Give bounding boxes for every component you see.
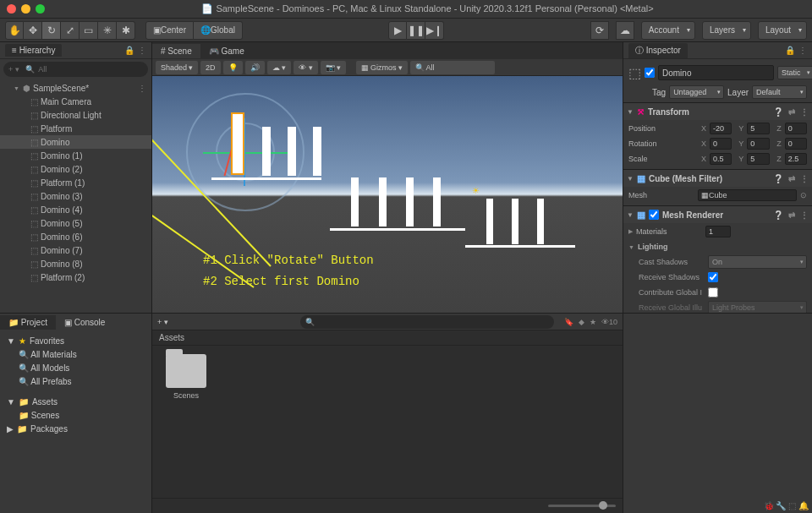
play-button[interactable]: ▶	[388, 21, 407, 40]
scene-fx-icon[interactable]: ☁ ▾	[267, 61, 292, 74]
maximize-window-button[interactable]	[36, 4, 45, 14]
contribute-gi-checkbox[interactable]	[708, 287, 718, 297]
favorite-item[interactable]: 🔍 All Prefabs	[0, 374, 151, 388]
custom-tool[interactable]: ✱	[117, 21, 135, 40]
packages-row[interactable]: ▶📁 Packages	[0, 422, 151, 435]
scl-x[interactable]: 0.5	[710, 153, 732, 165]
scene-viewport[interactable]: ☀ #1 Click "Rotate" Button #2 Select fir…	[152, 76, 623, 313]
hierarchy-item[interactable]: ⬚Directional Light	[0, 108, 151, 122]
inspector-lock-icon[interactable]: 🔒	[785, 46, 795, 55]
close-window-button[interactable]	[7, 4, 16, 14]
assets-row[interactable]: ▼📁 Assets	[0, 395, 151, 408]
scene-light-icon[interactable]: 💡	[223, 61, 243, 74]
step-button[interactable]: ▶❙	[425, 21, 444, 40]
domino-selected[interactable]	[233, 114, 243, 173]
layout-dropdown[interactable]: Layout	[758, 21, 807, 40]
scene-camera-icon[interactable]: 📷 ▾	[321, 61, 347, 74]
hierarchy-item[interactable]: ⬚Domino	[0, 135, 151, 149]
rot-z[interactable]: 0	[785, 138, 807, 150]
hierarchy-item[interactable]: ⬚Platform	[0, 122, 151, 135]
favorite-item[interactable]: 🔍 All Models	[0, 361, 151, 374]
gameobject-name-field[interactable]	[658, 65, 774, 80]
hierarchy-item[interactable]: ⬚Domino (5)	[0, 216, 151, 230]
mesh-field[interactable]: ▦ Cube	[698, 189, 797, 201]
hierarchy-tab[interactable]: ≡ Hierarchy	[5, 44, 62, 57]
hierarchy-item[interactable]: ⬚Domino (2)	[0, 162, 151, 176]
rotate-tool[interactable]: ↻	[42, 21, 61, 40]
gizmos-dropdown[interactable]: ▦ Gizmos ▾	[356, 61, 408, 74]
assets-breadcrumb[interactable]: Assets	[152, 330, 623, 346]
hidden-packages-icon[interactable]: 👁10	[601, 318, 617, 326]
meshrenderer-enabled[interactable]	[649, 210, 659, 220]
shading-mode-dropdown[interactable]: Shaded ▾	[156, 61, 198, 74]
pos-y[interactable]: 5	[747, 123, 769, 134]
scene-tab[interactable]: # Scene	[152, 44, 200, 58]
cast-shadows-dropdown[interactable]: On	[708, 255, 807, 269]
hierarchy-item[interactable]: ⬚Platform (2)	[0, 270, 151, 284]
view-2d-toggle[interactable]: 2D	[200, 61, 221, 74]
account-dropdown[interactable]: Account	[641, 21, 695, 40]
hierarchy-item[interactable]: ⬚Domino (6)	[0, 230, 151, 243]
pivot-center-toggle[interactable]: ▣ Center	[145, 21, 194, 40]
inspector-menu-icon[interactable]: ⋮	[798, 46, 807, 55]
scale-tool[interactable]: ⤢	[61, 21, 80, 40]
folder-scenes[interactable]: Scenes	[161, 354, 211, 400]
inspector-tab[interactable]: ⓘ Inspector	[628, 43, 688, 58]
project-add-button[interactable]: + ▾	[157, 318, 168, 326]
scene-audio-icon[interactable]: 🔊	[245, 61, 265, 74]
local-global-toggle[interactable]: 🌐 Global	[194, 21, 243, 40]
collab-button[interactable]: ⟳	[590, 21, 609, 40]
minimize-window-button[interactable]	[21, 4, 30, 14]
asset-size-slider[interactable]	[548, 505, 616, 507]
filter-type-icon[interactable]: ◆	[579, 318, 584, 326]
pos-x[interactable]: -20	[710, 123, 732, 134]
titlebar: 📄 SampleScene - Dominoes - PC, Mac & Lin…	[0, 0, 812, 19]
hierarchy-item[interactable]: ⬚Domino (4)	[0, 203, 151, 216]
hierarchy-item[interactable]: ⬚Domino (3)	[0, 189, 151, 203]
hierarchy-item[interactable]: ⬚Domino (1)	[0, 149, 151, 162]
pause-button[interactable]: ❚❚	[407, 21, 425, 40]
hierarchy-lock-icon[interactable]: 🔒	[124, 46, 134, 55]
rot-y[interactable]: 0	[747, 138, 769, 150]
filter-label-icon[interactable]: ★	[590, 318, 596, 326]
assets-child[interactable]: 📁 Scenes	[0, 408, 151, 422]
receive-shadows-checkbox[interactable]	[708, 272, 718, 282]
game-tab[interactable]: 🎮 Game	[200, 44, 253, 58]
tag-label: Tag	[652, 88, 666, 97]
move-tool[interactable]: ✥	[24, 21, 42, 40]
layers-dropdown[interactable]: Layers	[702, 21, 751, 40]
layer-dropdown[interactable]: Default	[752, 85, 807, 99]
inspector-panel: ⓘ Inspector 🔒⋮ ⬚ Static Tag Untagged Lay…	[623, 42, 812, 313]
filter-favorites-icon[interactable]: 🔖	[564, 318, 573, 326]
scl-y[interactable]: 5	[747, 153, 769, 165]
meshrenderer-header[interactable]: ▼▦Mesh Renderer❔⇄⋮	[623, 206, 812, 223]
cloud-button[interactable]: ☁	[616, 21, 634, 40]
hand-tool[interactable]: ✋	[5, 21, 24, 40]
hierarchy-scene-row[interactable]: ▼⬢SampleScene*⋮	[0, 81, 151, 95]
hierarchy-search[interactable]: + ▾ 🔍 All	[3, 62, 148, 77]
transform-header[interactable]: ▼⤧Transform❔⇄⋮	[623, 103, 812, 120]
scene-search[interactable]: 🔍 All	[410, 61, 495, 74]
hierarchy-item[interactable]: ⬚Platform (1)	[0, 176, 151, 189]
pos-z[interactable]: 0	[785, 123, 807, 134]
meshfilter-header[interactable]: ▼▦Cube (Mesh Filter)❔⇄⋮	[623, 170, 812, 187]
gameobject-active-checkbox[interactable]	[645, 68, 655, 78]
hierarchy-item[interactable]: ⬚Domino (7)	[0, 243, 151, 257]
favorites-row[interactable]: ▼★Favorites	[0, 334, 151, 347]
rect-tool[interactable]: ▭	[80, 21, 98, 40]
scene-visibility-icon[interactable]: 👁 ▾	[294, 61, 318, 74]
tag-dropdown[interactable]: Untagged	[669, 85, 724, 99]
hierarchy-tree: ▼⬢SampleScene*⋮ ⬚Main Camera⬚Directional…	[0, 79, 151, 286]
hierarchy-menu-icon[interactable]: ⋮	[138, 46, 146, 55]
project-tab[interactable]: 📁 Project	[0, 315, 56, 330]
favorite-item[interactable]: 🔍 All Materials	[0, 347, 151, 361]
rot-x[interactable]: 0	[710, 138, 732, 150]
hierarchy-item[interactable]: ⬚Main Camera	[0, 95, 151, 108]
static-dropdown[interactable]: Static	[777, 66, 812, 79]
project-search[interactable]: 🔍	[300, 315, 554, 329]
transform-tool[interactable]: ✳	[98, 21, 117, 40]
scl-z[interactable]: 2.5	[785, 153, 807, 165]
annotation-2: #2 Select first Domino	[203, 275, 359, 288]
hierarchy-item[interactable]: ⬚Domino (8)	[0, 257, 151, 270]
console-tab[interactable]: ▣ Console	[56, 315, 113, 330]
